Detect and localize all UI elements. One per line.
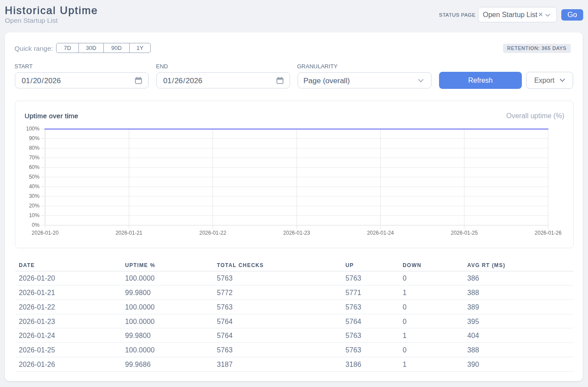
svg-text:2026-01-23: 2026-01-23 (283, 230, 310, 236)
svg-text:70%: 70% (29, 155, 39, 161)
svg-text:2026-01-22: 2026-01-22 (199, 230, 227, 236)
svg-text:2026-01-25: 2026-01-25 (451, 230, 478, 236)
svg-text:0%: 0% (32, 222, 40, 228)
svg-text:50%: 50% (29, 174, 39, 180)
svg-text:10%: 10% (29, 212, 39, 218)
svg-text:30%: 30% (29, 193, 39, 199)
svg-text:2026-01-26: 2026-01-26 (535, 230, 562, 236)
svg-text:2026-01-21: 2026-01-21 (116, 230, 143, 236)
svg-text:90%: 90% (29, 135, 39, 141)
svg-text:20%: 20% (29, 203, 39, 209)
svg-text:60%: 60% (29, 164, 39, 170)
svg-text:100%: 100% (26, 126, 39, 132)
svg-text:80%: 80% (29, 145, 39, 151)
svg-text:40%: 40% (29, 183, 39, 190)
svg-text:2026-01-20: 2026-01-20 (32, 230, 59, 236)
svg-text:2026-01-24: 2026-01-24 (367, 230, 394, 236)
